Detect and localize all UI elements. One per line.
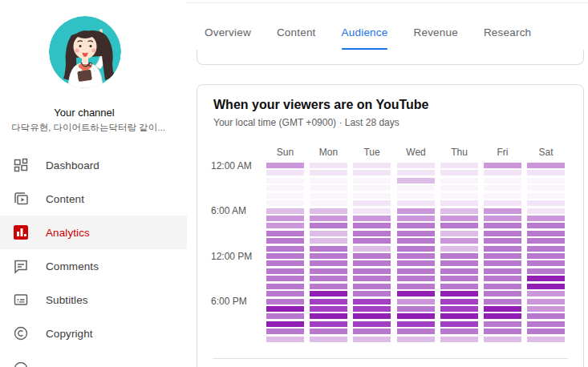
heatmap-cell[interactable] <box>484 337 521 342</box>
heatmap-cell[interactable] <box>440 163 478 168</box>
sidebar-item-dashboard[interactable]: Dashboard <box>0 148 187 182</box>
heatmap-cell[interactable] <box>310 329 347 334</box>
sidebar-item-copyright[interactable]: Copyright <box>0 317 187 350</box>
heatmap-cell[interactable] <box>266 337 304 342</box>
heatmap-cell[interactable] <box>484 306 521 312</box>
heatmap-cell[interactable] <box>353 337 391 342</box>
heatmap-cell[interactable] <box>397 313 435 319</box>
heatmap-cell[interactable] <box>310 223 347 228</box>
sidebar-item-subtitles[interactable]: Subtitles <box>0 283 187 317</box>
heatmap-cell[interactable] <box>527 284 565 289</box>
heatmap-cell[interactable] <box>484 321 521 327</box>
heatmap-cell[interactable] <box>527 246 565 252</box>
heatmap-cell[interactable] <box>397 260 435 266</box>
heatmap-cell[interactable] <box>440 306 478 312</box>
heatmap-cell[interactable] <box>397 208 435 214</box>
heatmap-cell[interactable] <box>484 193 521 199</box>
heatmap-cell[interactable] <box>310 216 347 221</box>
heatmap-cell[interactable] <box>353 329 391 334</box>
heatmap-cell[interactable] <box>484 170 521 175</box>
heatmap-cell[interactable] <box>353 253 391 259</box>
heatmap-cell[interactable] <box>310 313 347 319</box>
heatmap-cell[interactable] <box>310 208 347 214</box>
heatmap-cell[interactable] <box>266 291 304 296</box>
heatmap-cell[interactable] <box>266 178 304 184</box>
heatmap-cell[interactable] <box>397 306 435 312</box>
heatmap-cell[interactable] <box>397 223 435 228</box>
heatmap-cell[interactable] <box>484 223 521 228</box>
heatmap-cell[interactable] <box>484 208 521 214</box>
heatmap-cell[interactable] <box>440 291 478 296</box>
sidebar-item-analytics[interactable]: Analytics <box>0 216 187 249</box>
heatmap-cell[interactable] <box>440 200 478 206</box>
heatmap-cell[interactable] <box>353 246 391 252</box>
heatmap-cell[interactable] <box>527 208 565 214</box>
heatmap-cell[interactable] <box>484 163 521 168</box>
heatmap-cell[interactable] <box>266 163 304 168</box>
heatmap-cell[interactable] <box>397 163 435 168</box>
heatmap-cell[interactable] <box>397 276 435 281</box>
heatmap-cell[interactable] <box>266 185 304 191</box>
heatmap-cell[interactable] <box>397 238 435 244</box>
heatmap-cell[interactable] <box>353 321 391 327</box>
heatmap-cell[interactable] <box>397 178 435 184</box>
heatmap-cell[interactable] <box>353 185 391 191</box>
heatmap-cell[interactable] <box>353 193 391 199</box>
heatmap-cell[interactable] <box>310 193 347 199</box>
heatmap-cell[interactable] <box>310 185 347 191</box>
heatmap-cell[interactable] <box>397 291 435 296</box>
heatmap-cell[interactable] <box>397 231 435 236</box>
heatmap-cell[interactable] <box>266 193 304 199</box>
heatmap-cell[interactable] <box>440 276 478 281</box>
heatmap-cell[interactable] <box>440 178 478 184</box>
heatmap-cell[interactable] <box>440 223 478 228</box>
heatmap-cell[interactable] <box>397 200 435 206</box>
heatmap-cell[interactable] <box>440 216 478 221</box>
heatmap-cell[interactable] <box>266 200 304 206</box>
heatmap-cell[interactable] <box>527 238 565 244</box>
heatmap-cell[interactable] <box>310 200 347 206</box>
heatmap-cell[interactable] <box>527 185 565 191</box>
heatmap-cell[interactable] <box>397 268 435 274</box>
heatmap-cell[interactable] <box>484 276 521 281</box>
heatmap-cell[interactable] <box>310 306 347 312</box>
heatmap-cell[interactable] <box>527 306 565 312</box>
heatmap-cell[interactable] <box>527 170 565 175</box>
heatmap-cell[interactable] <box>310 246 347 252</box>
heatmap-cell[interactable] <box>484 231 521 236</box>
heatmap-cell[interactable] <box>266 170 304 175</box>
heatmap-cell[interactable] <box>266 299 304 304</box>
heatmap-cell[interactable] <box>484 238 521 244</box>
heatmap-cell[interactable] <box>397 329 435 334</box>
heatmap-cell[interactable] <box>266 238 304 244</box>
heatmap-cell[interactable] <box>353 276 391 281</box>
heatmap-cell[interactable] <box>310 276 347 281</box>
heatmap-cell[interactable] <box>353 306 391 312</box>
heatmap-cell[interactable] <box>266 276 304 281</box>
heatmap-cell[interactable] <box>527 276 565 281</box>
heatmap-cell[interactable] <box>527 268 565 274</box>
heatmap-cell[interactable] <box>527 321 565 327</box>
heatmap-cell[interactable] <box>266 284 304 289</box>
heatmap-cell[interactable] <box>527 337 565 342</box>
heatmap-cell[interactable] <box>353 223 391 228</box>
heatmap-cell[interactable] <box>310 178 347 184</box>
heatmap-cell[interactable] <box>440 329 478 334</box>
heatmap-cell[interactable] <box>527 231 565 236</box>
heatmap-cell[interactable] <box>310 284 347 289</box>
heatmap-cell[interactable] <box>353 200 391 206</box>
heatmap-cell[interactable] <box>484 329 521 334</box>
heatmap-cell[interactable] <box>266 216 304 221</box>
tab-overview[interactable]: Overview <box>205 22 251 50</box>
heatmap-cell[interactable] <box>440 170 478 175</box>
sidebar-item-content[interactable]: Content <box>0 182 187 216</box>
heatmap-cell[interactable] <box>440 246 478 252</box>
heatmap-cell[interactable] <box>440 231 478 236</box>
heatmap-cell[interactable] <box>266 268 304 274</box>
heatmap-cell[interactable] <box>527 260 565 266</box>
heatmap-cell[interactable] <box>440 193 478 199</box>
heatmap-cell[interactable] <box>484 291 521 296</box>
heatmap-cell[interactable] <box>353 163 391 168</box>
heatmap-cell[interactable] <box>310 321 347 327</box>
heatmap-cell[interactable] <box>484 216 521 221</box>
